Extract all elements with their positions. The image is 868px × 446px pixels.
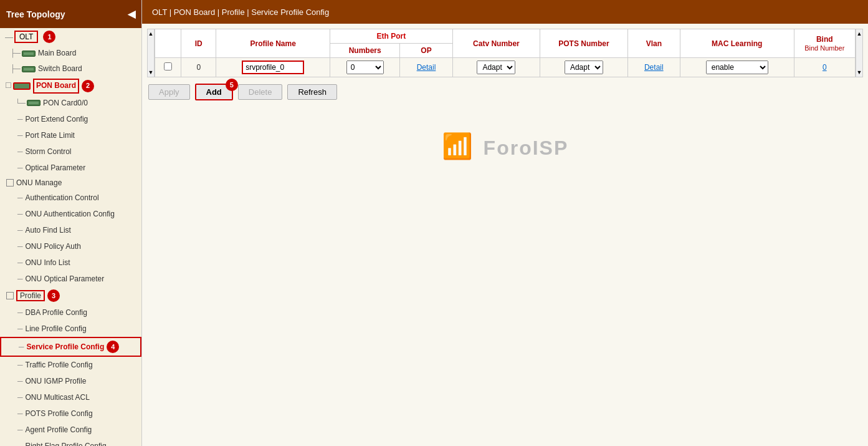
- mac-learning-select[interactable]: enable disable: [706, 61, 768, 74]
- th-bind-number: Bind Bind Number: [794, 29, 855, 58]
- nav-dba-profile[interactable]: ─ DBA Profile Config: [0, 304, 141, 321]
- th-id: ID: [181, 29, 216, 58]
- sidebar: Tree Topology ◀ — OLT 1 ├─ Main Board ├─…: [0, 0, 142, 446]
- nav-onu-policy-auth[interactable]: ─ ONU Policy Auth: [0, 238, 141, 255]
- th-checkbox: [155, 29, 181, 58]
- olt-label[interactable]: OLT: [14, 31, 38, 43]
- bind-number-link[interactable]: 0: [823, 63, 827, 72]
- pots-select[interactable]: Adapt: [565, 61, 603, 74]
- vlan-detail-link[interactable]: Detail: [644, 63, 664, 72]
- row-bind-number-cell: 0: [794, 58, 855, 77]
- row-profile-name-cell: [216, 58, 330, 77]
- apply-button[interactable]: Apply: [148, 84, 190, 100]
- table-scrollbar-right[interactable]: ▲ ▼: [856, 29, 863, 77]
- sidebar-header: Tree Topology ◀: [0, 0, 141, 28]
- nav-port-rate-limit[interactable]: ─ Port Rate Limit: [0, 127, 141, 143]
- row-mac-cell: enable disable: [680, 58, 794, 77]
- breadcrumb: OLT | PON Board | Profile | Service Prof…: [142, 0, 868, 24]
- table-wrapper: ID Profile Name Eth Port Catv Number: [155, 29, 856, 77]
- badge-1: 1: [43, 31, 55, 43]
- eth-numbers-select[interactable]: 0 1 2 4: [346, 61, 384, 74]
- collapse-arrow-icon[interactable]: ◀: [128, 8, 135, 20]
- row-pots-cell: Adapt: [540, 58, 628, 77]
- profile-name-input[interactable]: [242, 61, 304, 74]
- nav-service-profile[interactable]: ─ Service Profile Config 4: [0, 337, 141, 357]
- delete-button[interactable]: Delete: [238, 84, 283, 100]
- catv-select[interactable]: Adapt: [477, 61, 515, 74]
- th-catv-number: Catv Number: [452, 29, 540, 58]
- nav-agent-profile[interactable]: ─ Agent Profile Config: [0, 422, 141, 438]
- sidebar-title: Tree Topology: [6, 9, 65, 19]
- nav-onu-auth-config[interactable]: ─ ONU Authentication Config: [0, 206, 141, 222]
- table-scrollbar-left[interactable]: ▲ ▼: [147, 29, 155, 77]
- nav-onu-igmp-profile[interactable]: ─ ONU IGMP Profile: [0, 373, 141, 389]
- tree-item-main-board[interactable]: ├─ Main Board: [0, 46, 141, 61]
- th-vlan: Vlan: [627, 29, 680, 58]
- nav-section-profile[interactable]: Profile 3: [0, 287, 141, 304]
- th-eth-port: Eth Port: [330, 29, 452, 44]
- nav-onu-optical-param[interactable]: ─ ONU Optical Parameter: [0, 271, 141, 287]
- add-button[interactable]: Add 5: [195, 84, 233, 100]
- th-eth-op: OP: [400, 44, 452, 58]
- row-checkbox[interactable]: [164, 62, 172, 70]
- signal-icon: 📶: [442, 132, 474, 161]
- refresh-button[interactable]: Refresh: [287, 84, 337, 100]
- nav-port-extend-config[interactable]: ─ Port Extend Config: [0, 111, 141, 127]
- th-mac-learning: MAC Learning: [680, 29, 794, 58]
- row-eth-numbers-cell: 0 1 2 4: [330, 58, 399, 77]
- eth-detail-link[interactable]: Detail: [417, 63, 436, 72]
- service-profile-table: ID Profile Name Eth Port Catv Number: [155, 29, 856, 77]
- row-checkbox-cell[interactable]: [155, 58, 181, 77]
- badge-5: 5: [226, 79, 238, 91]
- table-row: 0 0 1 2 4: [155, 58, 856, 77]
- badge-2: 2: [82, 80, 94, 92]
- nav-onu-multicast-acl[interactable]: ─ ONU Multicast ACL: [0, 389, 141, 405]
- row-id: 0: [181, 58, 216, 77]
- row-catv-cell: Adapt: [452, 58, 540, 77]
- th-pots-number: POTS Number: [540, 29, 628, 58]
- th-profile-name: Profile Name: [216, 29, 330, 58]
- badge-3: 3: [47, 289, 60, 302]
- nav-section-onu-manage[interactable]: ONU Manage: [0, 176, 141, 190]
- nav-right-flag-profile[interactable]: ─ Right Flag Profile Config: [0, 438, 141, 446]
- tree-item-switch-board[interactable]: ├─ Switch Board: [0, 61, 141, 77]
- nav-storm-control[interactable]: ─ Storm Control: [0, 143, 141, 160]
- tree-item-pon-card[interactable]: └─ PON Card0/0: [0, 95, 141, 111]
- row-eth-op-cell: Detail: [400, 58, 452, 77]
- pon-board-label[interactable]: PON Board: [33, 79, 79, 93]
- nav-auth-control[interactable]: ─ Authentication Control: [0, 190, 141, 206]
- th-eth-numbers: Numbers: [330, 44, 399, 58]
- nav-pots-profile[interactable]: ─ POTS Profile Config: [0, 405, 141, 422]
- tree-item-pon-board[interactable]: ☐ PON Board 2: [0, 77, 141, 95]
- nav-onu-info-list[interactable]: ─ ONU Info List: [0, 255, 141, 271]
- watermark: 📶 ForoISP: [142, 107, 868, 186]
- nav-optical-parameter[interactable]: ─ Optical Parameter: [0, 160, 141, 176]
- nav-auto-find-list[interactable]: ─ Auto Find List: [0, 222, 141, 238]
- badge-4: 4: [107, 341, 119, 353]
- nav-line-profile[interactable]: ─ Line Profile Config: [0, 321, 141, 337]
- nav-traffic-profile[interactable]: ─ Traffic Profile Config: [0, 357, 141, 373]
- profile-label[interactable]: Profile: [16, 290, 45, 301]
- content-area: OLT | PON Board | Profile | Service Prof…: [142, 0, 868, 446]
- action-bar: Apply Add 5 Delete Refresh: [142, 77, 868, 107]
- tree-node-olt: — OLT 1: [0, 28, 141, 46]
- row-vlan-cell: Detail: [627, 58, 680, 77]
